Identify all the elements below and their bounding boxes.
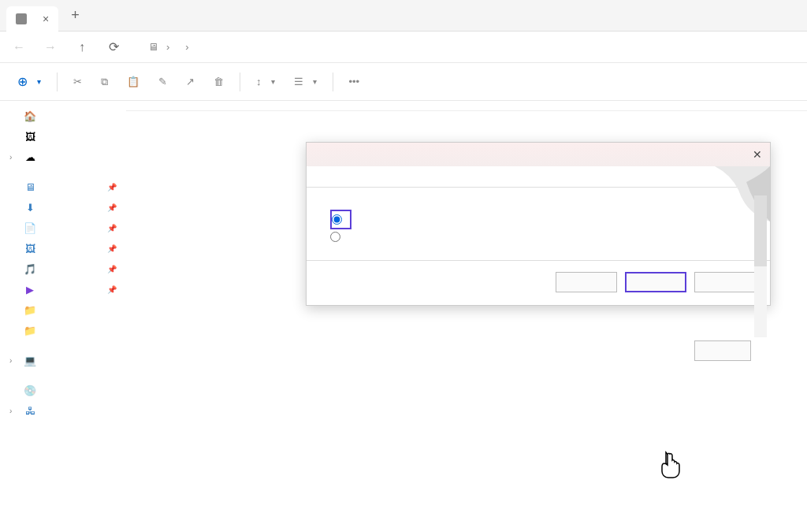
list-icon: ☰ [294,76,303,87]
toolbar: ⊕ ▾ ✂ ⧉ 📋 ✎ ↗ 🗑 ↕ ▾ ☰ ▾ ••• [0,63,807,101]
disc-icon: 💿 [24,384,36,396]
chevron-right-icon[interactable]: › [9,407,17,415]
back-button[interactable]: ← [9,38,28,57]
cut-button[interactable]: ✂ [65,71,90,92]
column-headers [126,101,807,111]
pin-icon[interactable]: 📌 [107,203,117,212]
sort-button[interactable]: ↕ ▾ [248,71,283,92]
sidebar-home[interactable]: 🏠 [0,106,126,126]
refresh-button[interactable]: ⟳ [104,38,123,57]
share-icon: ↗ [186,76,195,87]
sidebar-music[interactable]: 🎵📌 [0,259,126,279]
up-button[interactable]: ↑ [73,38,91,57]
nav-bar: ← → ↑ ⟳ 🖥 › › [0,32,807,63]
accept-radio-input[interactable] [332,214,342,225]
sidebar-gallery[interactable]: 🖼 [0,126,126,147]
pin-icon[interactable]: 📌 [107,285,117,294]
plus-circle-icon: ⊕ [17,74,28,89]
dialog-header [307,166,770,188]
new-button[interactable]: ⊕ ▾ [9,69,49,94]
rename-button[interactable]: ✎ [151,71,175,92]
dialog-close-button[interactable]: ✕ [753,148,762,161]
chevron-right-icon[interactable]: › [9,153,17,162]
pin-icon[interactable]: 📌 [107,183,117,192]
document-icon: 📄 [24,221,36,234]
drive-icon [16,13,27,24]
forward-button[interactable]: → [41,38,60,57]
sidebar-downloads[interactable]: ⬇📌 [0,197,126,218]
dialog-title-bar[interactable]: ✕ [307,143,770,166]
scissors-icon: ✂ [73,76,82,87]
more-button[interactable]: ••• [341,71,368,92]
close-tab-icon[interactable]: × [43,13,49,25]
new-tab-button[interactable]: + [65,4,86,27]
sidebar-videos[interactable]: ▶📌 [0,279,126,299]
sidebar-dvd[interactable]: 💿 [0,380,126,400]
install-wizard-dialog: ✕ [306,142,771,306]
chevron-down-icon: ▾ [271,77,275,86]
pin-icon[interactable]: 📌 [107,224,117,233]
video-icon: ▶ [24,283,36,296]
sidebar-desktop[interactable]: 🖥📌 [0,177,126,197]
rename-icon: ✎ [158,76,167,87]
sidebar-cloud[interactable]: ›☁ [0,147,126,167]
chevron-down-icon: ▾ [313,77,317,86]
accept-highlight [330,210,351,229]
home-icon: 🏠 [24,110,36,122]
print-button[interactable] [694,340,751,361]
next-button[interactable] [625,272,686,292]
pin-icon[interactable]: 📌 [107,244,117,253]
delete-button[interactable]: 🗑 [206,71,232,92]
dialog-brand [307,251,770,257]
pin-icon[interactable]: 📌 [107,265,117,273]
sidebar-pictures[interactable]: 🖼📌 [0,238,126,259]
copy-button[interactable]: ⧉ [93,71,116,93]
pc-icon: 💻 [24,354,36,366]
sidebar-thispc[interactable]: ›💻 [0,350,126,370]
cancel-button[interactable] [694,272,756,292]
decline-radio[interactable] [330,232,746,242]
paste-button[interactable]: 📋 [119,71,147,92]
sort-icon: ↕ [256,76,262,87]
browser-tab[interactable]: × [6,6,58,32]
folder-icon: 📁 [24,324,36,337]
sidebar-office[interactable]: 📁 [0,299,126,320]
desktop-icon: 🖥 [24,180,36,193]
breadcrumb[interactable]: 🖥 › › [148,41,189,53]
chevron-right-icon: › [185,41,188,53]
view-button[interactable]: ☰ ▾ [286,71,325,92]
pictures-icon: 🖼 [24,242,36,255]
back-button[interactable] [556,272,617,292]
accept-radio[interactable] [332,214,347,225]
title-bar: × + [0,0,807,32]
chevron-down-icon: ▾ [37,77,41,86]
sidebar-screenshots[interactable]: 📁 [0,320,126,340]
dialog-body [307,188,770,251]
gallery-icon: 🖼 [24,130,36,143]
sidebar-network[interactable]: ›🖧 [0,400,126,421]
cloud-icon: ☁ [24,151,36,163]
monitor-icon: 🖥 [148,41,158,53]
clipboard-icon: 📋 [127,76,139,87]
chevron-right-icon: › [166,41,169,53]
music-icon: 🎵 [24,262,36,275]
trash-icon: 🗑 [214,76,224,87]
decline-radio-input[interactable] [330,232,340,242]
scrollbar-thumb[interactable] [754,195,767,266]
divider [240,73,240,91]
divider [57,73,58,91]
network-icon: 🖧 [24,404,36,417]
divider [333,73,333,91]
download-icon: ⬇ [24,201,36,214]
share-button[interactable]: ↗ [178,71,203,92]
copy-icon: ⧉ [101,76,108,88]
scrollbar[interactable] [754,195,767,337]
dialog-footer [307,261,770,305]
chevron-right-icon[interactable]: › [9,356,17,365]
sidebar-documents[interactable]: 📄📌 [0,218,126,238]
sidebar: 🏠 🖼 ›☁ 🖥📌 ⬇📌 📄📌 🖼📌 🎵📌 ▶📌 📁 📁 ›💻 💿 ›🖧 [0,101,126,532]
folder-icon: 📁 [24,303,36,316]
